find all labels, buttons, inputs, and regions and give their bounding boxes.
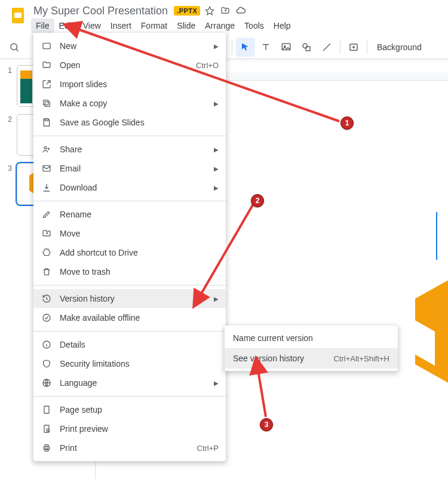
menu-item-save-as-google-slides[interactable]: Save as Google Slides — [33, 113, 226, 132]
info-icon — [41, 339, 53, 351]
menu-view[interactable]: View — [78, 19, 106, 33]
drive-shortcut-icon — [41, 247, 53, 259]
text-cursor — [436, 212, 437, 260]
menu-slide[interactable]: Slide — [172, 19, 200, 33]
chevron-right-icon: ▶ — [214, 100, 219, 107]
menu-bar: File Edit View Insert Format Slide Arran… — [31, 19, 296, 33]
offline-icon — [41, 312, 53, 324]
svg-rect-1 — [14, 13, 22, 18]
save-icon — [41, 116, 53, 128]
chevron-right-icon: ▶ — [214, 185, 219, 191]
svg-rect-19 — [44, 406, 49, 413]
svg-rect-23 — [45, 445, 48, 447]
svg-rect-12 — [44, 100, 48, 105]
menu-format[interactable]: Format — [136, 19, 172, 33]
menu-arrange[interactable]: Arrange — [200, 19, 240, 33]
globe-icon — [41, 377, 53, 389]
chevron-right-icon: ▶ — [214, 146, 219, 153]
svg-rect-11 — [45, 102, 50, 106]
menu-item-make-copy[interactable]: Make a copy▶ — [33, 94, 226, 113]
menu-item-add-shortcut[interactable]: Add shortcut to Drive — [33, 243, 226, 262]
svg-point-21 — [47, 429, 49, 431]
menu-item-new[interactable]: New▶ — [33, 36, 226, 56]
menu-insert[interactable]: Insert — [106, 19, 136, 33]
menu-item-download[interactable]: Download▶ — [33, 178, 226, 197]
image-tool-icon[interactable] — [277, 38, 296, 57]
menu-item-page-setup[interactable]: Page setup — [33, 400, 226, 419]
chevron-right-icon: ▶ — [214, 43, 219, 50]
slide-number: 3 — [4, 163, 12, 205]
cloud-status-icon[interactable] — [235, 5, 247, 17]
menu-item-move[interactable]: Move — [33, 224, 226, 243]
line-tool-icon[interactable] — [317, 38, 336, 57]
chevron-right-icon: ▶ — [214, 296, 219, 302]
slides-app-icon[interactable] — [6, 4, 30, 27]
menu-separator — [33, 331, 226, 331]
slide-number: 2 — [4, 114, 12, 156]
toolbar-separator — [232, 40, 232, 54]
shield-icon — [41, 358, 53, 370]
shape-tool-icon[interactable] — [297, 38, 316, 57]
slide-number: 1 — [4, 65, 12, 107]
menu-item-email[interactable]: Email▶ — [33, 159, 226, 178]
menu-item-open[interactable]: OpenCtrl+O — [33, 56, 226, 75]
import-icon — [41, 78, 53, 90]
svg-point-5 — [303, 44, 308, 48]
chevron-right-icon: ▶ — [214, 380, 219, 386]
pptx-badge: .PPTX — [174, 6, 200, 16]
search-menus-icon[interactable] — [5, 38, 24, 57]
copy-icon — [41, 97, 53, 109]
menu-separator — [33, 136, 226, 136]
star-icon[interactable] — [204, 5, 216, 17]
background-button[interactable]: Background — [371, 38, 428, 57]
select-tool-icon[interactable] — [236, 38, 255, 57]
header: My Super Cool Presentation .PPTX File Ed… — [0, 0, 448, 33]
document-title[interactable]: My Super Cool Presentation — [31, 4, 170, 18]
file-menu-dropdown: New▶ OpenCtrl+O Import slides Make a cop… — [33, 33, 226, 461]
menu-item-language[interactable]: Language▶ — [33, 373, 226, 392]
svg-point-16 — [43, 314, 50, 321]
menu-file[interactable]: File — [31, 19, 54, 33]
toolbar-separator — [340, 40, 340, 54]
menu-separator — [33, 285, 226, 285]
svg-point-14 — [44, 146, 47, 149]
svg-rect-13 — [45, 119, 48, 121]
svg-rect-10 — [43, 43, 50, 48]
menu-item-version-history[interactable]: Version history▶ — [33, 289, 226, 308]
menu-item-share[interactable]: Share▶ — [33, 140, 226, 159]
history-icon — [41, 293, 53, 305]
menu-item-print[interactable]: PrintCtrl+P — [33, 438, 226, 457]
print-icon — [41, 442, 53, 454]
page-setup-icon — [41, 404, 53, 416]
folder-icon — [41, 59, 53, 71]
rename-icon — [41, 208, 53, 220]
menu-edit[interactable]: Edit — [54, 19, 78, 33]
new-slide-icon[interactable] — [344, 38, 363, 57]
menu-item-offline[interactable]: Make available offline — [33, 308, 226, 327]
menu-item-details[interactable]: Details — [33, 335, 226, 354]
svg-point-2 — [11, 44, 17, 50]
download-icon — [41, 182, 53, 194]
menu-separator — [33, 396, 226, 397]
menu-item-import-slides[interactable]: Import slides — [33, 75, 226, 94]
menu-item-rename[interactable]: Rename — [33, 205, 226, 224]
toolbar-separator — [367, 40, 367, 54]
submenu-name-current-version[interactable]: Name current version — [225, 328, 398, 348]
trash-icon — [41, 266, 53, 278]
print-preview-icon — [41, 423, 53, 435]
textbox-tool-icon[interactable] — [256, 38, 275, 57]
move-icon — [41, 228, 53, 240]
svg-rect-9 — [20, 70, 32, 79]
new-slide-icon — [41, 40, 53, 52]
menu-tools[interactable]: Tools — [240, 19, 269, 33]
move-folder-icon[interactable] — [219, 5, 231, 17]
menu-item-move-to-trash[interactable]: Move to trash — [33, 262, 226, 281]
email-icon — [41, 162, 53, 174]
menu-help[interactable]: Help — [269, 19, 296, 33]
version-history-submenu: Name current version See version history… — [225, 326, 398, 371]
chevron-right-icon: ▶ — [214, 165, 219, 172]
menu-item-security-limitations[interactable]: Security limitations — [33, 354, 226, 373]
menu-separator — [33, 201, 226, 201]
submenu-see-version-history[interactable]: See version history Ctrl+Alt+Shift+H — [225, 348, 398, 369]
menu-item-print-preview[interactable]: Print preview — [33, 419, 226, 438]
